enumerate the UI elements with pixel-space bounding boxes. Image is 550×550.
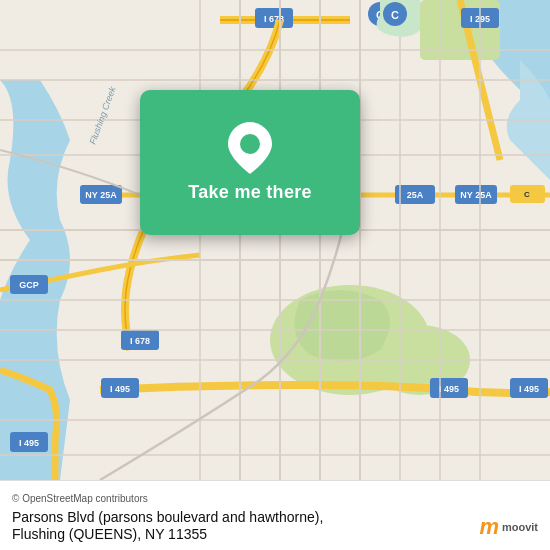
- overlay-card: Take me there: [140, 90, 360, 235]
- moovit-text: moovit: [502, 522, 538, 533]
- osm-credit-text: © OpenStreetMap contributors: [12, 493, 148, 504]
- svg-point-52: [240, 134, 260, 154]
- address-line2: Flushing (QUEENS), NY 11355: [12, 526, 538, 542]
- svg-text:I 678: I 678: [130, 336, 150, 346]
- location-pin-icon: [228, 122, 272, 174]
- take-me-there-button[interactable]: Take me there: [188, 182, 312, 203]
- bottom-bar: © OpenStreetMap contributors Parsons Blv…: [0, 480, 550, 550]
- svg-text:C: C: [524, 190, 530, 199]
- map-svg: I 678 I 678 I 295 NY 25A 25A NY 25A GCP …: [0, 0, 550, 480]
- svg-text:C: C: [391, 9, 399, 21]
- moovit-m-icon: m: [479, 516, 499, 538]
- svg-text:GCP: GCP: [19, 280, 39, 290]
- svg-text:I 495: I 495: [110, 384, 130, 394]
- svg-text:I 495: I 495: [519, 384, 539, 394]
- svg-text:I 495: I 495: [19, 438, 39, 448]
- svg-text:NY 25A: NY 25A: [85, 190, 117, 200]
- svg-text:25A: 25A: [407, 190, 424, 200]
- svg-rect-0: [0, 0, 550, 480]
- osm-credit: © OpenStreetMap contributors: [12, 493, 538, 504]
- svg-text:I 495: I 495: [439, 384, 459, 394]
- svg-text:NY 25A: NY 25A: [460, 190, 492, 200]
- moovit-logo: m moovit: [479, 516, 538, 538]
- address-line1: Parsons Blvd (parsons boulevard and hawt…: [12, 508, 538, 527]
- map-view: I 678 I 678 I 295 NY 25A 25A NY 25A GCP …: [0, 0, 550, 480]
